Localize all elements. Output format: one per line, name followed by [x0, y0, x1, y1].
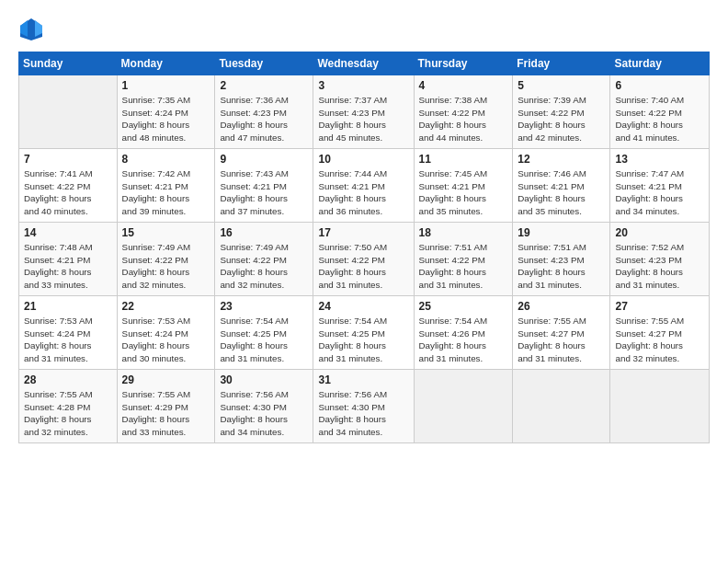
- calendar-cell: 16Sunrise: 7:49 AMSunset: 4:22 PMDayligh…: [215, 223, 313, 296]
- calendar-week-1: 7Sunrise: 7:41 AMSunset: 4:22 PMDaylight…: [19, 149, 710, 223]
- weekday-row: SundayMondayTuesdayWednesdayThursdayFrid…: [19, 52, 710, 75]
- calendar-cell: 27Sunrise: 7:55 AMSunset: 4:27 PMDayligh…: [610, 296, 710, 370]
- calendar-cell: 7Sunrise: 7:41 AMSunset: 4:22 PMDaylight…: [19, 149, 118, 223]
- calendar-cell: 9Sunrise: 7:43 AMSunset: 4:21 PMDaylight…: [215, 149, 313, 223]
- day-number: 2: [220, 79, 308, 92]
- day-info: Sunrise: 7:51 AMSunset: 4:22 PMDaylight:…: [419, 241, 508, 292]
- calendar-body: 1Sunrise: 7:35 AMSunset: 4:24 PMDaylight…: [19, 75, 710, 443]
- day-number: 5: [518, 79, 605, 92]
- day-number: 24: [318, 300, 408, 313]
- day-info: Sunrise: 7:49 AMSunset: 4:22 PMDaylight:…: [220, 241, 308, 292]
- day-info: Sunrise: 7:45 AMSunset: 4:21 PMDaylight:…: [419, 167, 508, 218]
- calendar-cell: 19Sunrise: 7:51 AMSunset: 4:23 PMDayligh…: [513, 223, 610, 296]
- day-info: Sunrise: 7:54 AMSunset: 4:25 PMDaylight:…: [220, 315, 308, 365]
- day-info: Sunrise: 7:55 AMSunset: 4:28 PMDaylight:…: [24, 388, 112, 439]
- calendar-cell: [610, 370, 710, 443]
- day-info: Sunrise: 7:42 AMSunset: 4:21 PMDaylight:…: [122, 167, 210, 218]
- day-number: 15: [122, 226, 210, 239]
- day-number: 31: [318, 373, 408, 386]
- day-info: Sunrise: 7:55 AMSunset: 4:29 PMDaylight:…: [122, 388, 210, 439]
- day-number: 27: [615, 300, 704, 313]
- calendar-cell: 2Sunrise: 7:36 AMSunset: 4:23 PMDaylight…: [215, 75, 313, 149]
- day-info: Sunrise: 7:44 AMSunset: 4:21 PMDaylight:…: [318, 167, 408, 218]
- weekday-header-monday: Monday: [117, 52, 215, 75]
- calendar-cell: 22Sunrise: 7:53 AMSunset: 4:24 PMDayligh…: [117, 296, 215, 370]
- weekday-header-friday: Friday: [513, 52, 610, 75]
- calendar-cell: 12Sunrise: 7:46 AMSunset: 4:21 PMDayligh…: [513, 149, 610, 223]
- calendar-cell: [19, 75, 118, 149]
- calendar-cell: 10Sunrise: 7:44 AMSunset: 4:21 PMDayligh…: [313, 149, 414, 223]
- day-number: 7: [24, 153, 112, 166]
- calendar-cell: 21Sunrise: 7:53 AMSunset: 4:24 PMDayligh…: [19, 296, 118, 370]
- calendar-cell: 31Sunrise: 7:56 AMSunset: 4:30 PMDayligh…: [313, 370, 414, 443]
- calendar-cell: 29Sunrise: 7:55 AMSunset: 4:29 PMDayligh…: [117, 370, 215, 443]
- day-number: 12: [518, 153, 605, 166]
- calendar-cell: 1Sunrise: 7:35 AMSunset: 4:24 PMDaylight…: [117, 75, 215, 149]
- day-number: 17: [318, 226, 408, 239]
- day-number: 23: [220, 300, 308, 313]
- calendar-week-3: 21Sunrise: 7:53 AMSunset: 4:24 PMDayligh…: [19, 296, 710, 370]
- day-info: Sunrise: 7:48 AMSunset: 4:21 PMDaylight:…: [24, 241, 112, 292]
- day-info: Sunrise: 7:39 AMSunset: 4:22 PMDaylight:…: [518, 94, 605, 144]
- calendar-cell: [414, 370, 513, 443]
- day-info: Sunrise: 7:56 AMSunset: 4:30 PMDaylight:…: [220, 388, 308, 439]
- day-number: 10: [318, 153, 408, 166]
- calendar-week-0: 1Sunrise: 7:35 AMSunset: 4:24 PMDaylight…: [19, 75, 710, 149]
- calendar-cell: 20Sunrise: 7:52 AMSunset: 4:23 PMDayligh…: [610, 223, 710, 296]
- day-info: Sunrise: 7:38 AMSunset: 4:22 PMDaylight:…: [419, 94, 508, 144]
- calendar-cell: 8Sunrise: 7:42 AMSunset: 4:21 PMDaylight…: [117, 149, 215, 223]
- logo: [18, 17, 48, 42]
- day-number: 4: [419, 79, 508, 92]
- day-number: 21: [24, 300, 112, 313]
- calendar-cell: 25Sunrise: 7:54 AMSunset: 4:26 PMDayligh…: [414, 296, 513, 370]
- day-info: Sunrise: 7:53 AMSunset: 4:24 PMDaylight:…: [24, 315, 112, 365]
- calendar-cell: 15Sunrise: 7:49 AMSunset: 4:22 PMDayligh…: [117, 223, 215, 296]
- weekday-header-tuesday: Tuesday: [215, 52, 313, 75]
- header: [18, 17, 710, 42]
- day-info: Sunrise: 7:49 AMSunset: 4:22 PMDaylight:…: [122, 241, 210, 292]
- calendar-week-2: 14Sunrise: 7:48 AMSunset: 4:21 PMDayligh…: [19, 223, 710, 296]
- day-info: Sunrise: 7:40 AMSunset: 4:22 PMDaylight:…: [615, 94, 704, 144]
- calendar-header: SundayMondayTuesdayWednesdayThursdayFrid…: [19, 52, 710, 75]
- day-info: Sunrise: 7:52 AMSunset: 4:23 PMDaylight:…: [615, 241, 704, 292]
- calendar-cell: 13Sunrise: 7:47 AMSunset: 4:21 PMDayligh…: [610, 149, 710, 223]
- weekday-header-wednesday: Wednesday: [313, 52, 414, 75]
- calendar-cell: 5Sunrise: 7:39 AMSunset: 4:22 PMDaylight…: [513, 75, 610, 149]
- calendar-week-4: 28Sunrise: 7:55 AMSunset: 4:28 PMDayligh…: [19, 370, 710, 443]
- day-number: 16: [220, 226, 308, 239]
- calendar-cell: 26Sunrise: 7:55 AMSunset: 4:27 PMDayligh…: [513, 296, 610, 370]
- day-info: Sunrise: 7:56 AMSunset: 4:30 PMDaylight:…: [318, 388, 408, 439]
- calendar-cell: 11Sunrise: 7:45 AMSunset: 4:21 PMDayligh…: [414, 149, 513, 223]
- day-info: Sunrise: 7:36 AMSunset: 4:23 PMDaylight:…: [220, 94, 308, 144]
- day-info: Sunrise: 7:54 AMSunset: 4:25 PMDaylight:…: [318, 315, 408, 365]
- day-number: 28: [24, 373, 112, 386]
- day-info: Sunrise: 7:55 AMSunset: 4:27 PMDaylight:…: [518, 315, 605, 365]
- day-info: Sunrise: 7:41 AMSunset: 4:22 PMDaylight:…: [24, 167, 112, 218]
- day-number: 25: [419, 300, 508, 313]
- day-info: Sunrise: 7:46 AMSunset: 4:21 PMDaylight:…: [518, 167, 605, 218]
- day-number: 29: [122, 373, 210, 386]
- day-info: Sunrise: 7:50 AMSunset: 4:22 PMDaylight:…: [318, 241, 408, 292]
- calendar-cell: 17Sunrise: 7:50 AMSunset: 4:22 PMDayligh…: [313, 223, 414, 296]
- day-number: 13: [615, 153, 704, 166]
- calendar-cell: 4Sunrise: 7:38 AMSunset: 4:22 PMDaylight…: [414, 75, 513, 149]
- day-info: Sunrise: 7:37 AMSunset: 4:23 PMDaylight:…: [318, 94, 408, 144]
- calendar-cell: 14Sunrise: 7:48 AMSunset: 4:21 PMDayligh…: [19, 223, 118, 296]
- calendar: SundayMondayTuesdayWednesdayThursdayFrid…: [18, 52, 710, 443]
- calendar-cell: 18Sunrise: 7:51 AMSunset: 4:22 PMDayligh…: [414, 223, 513, 296]
- day-number: 22: [122, 300, 210, 313]
- day-number: 14: [24, 226, 112, 239]
- day-info: Sunrise: 7:35 AMSunset: 4:24 PMDaylight:…: [122, 94, 210, 144]
- day-number: 3: [318, 79, 408, 92]
- calendar-cell: [513, 370, 610, 443]
- weekday-header-saturday: Saturday: [610, 52, 710, 75]
- calendar-cell: 3Sunrise: 7:37 AMSunset: 4:23 PMDaylight…: [313, 75, 414, 149]
- calendar-cell: 28Sunrise: 7:55 AMSunset: 4:28 PMDayligh…: [19, 370, 118, 443]
- weekday-header-sunday: Sunday: [19, 52, 118, 75]
- day-number: 18: [419, 226, 508, 239]
- calendar-cell: 6Sunrise: 7:40 AMSunset: 4:22 PMDaylight…: [610, 75, 710, 149]
- logo-icon: [18, 17, 44, 42]
- day-info: Sunrise: 7:47 AMSunset: 4:21 PMDaylight:…: [615, 167, 704, 218]
- day-info: Sunrise: 7:53 AMSunset: 4:24 PMDaylight:…: [122, 315, 210, 365]
- calendar-cell: 30Sunrise: 7:56 AMSunset: 4:30 PMDayligh…: [215, 370, 313, 443]
